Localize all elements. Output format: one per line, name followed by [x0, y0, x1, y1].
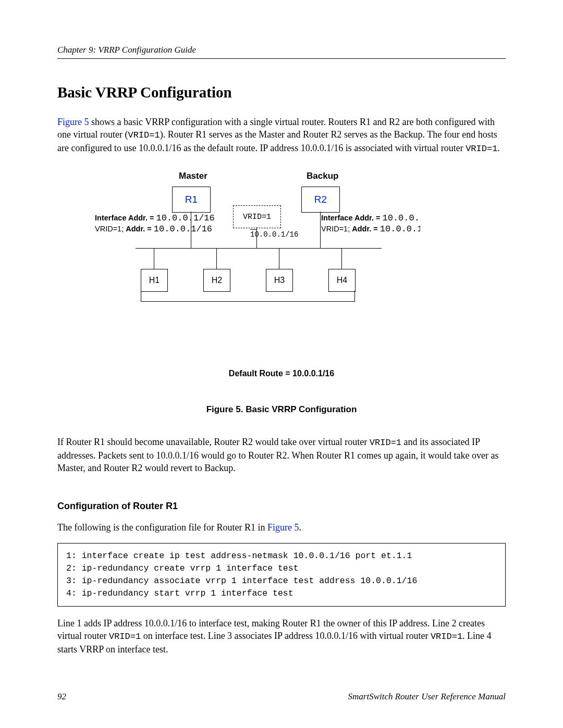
r1-ifaddr-label: Interface Addr. =	[95, 214, 156, 222]
bracket-bottom	[141, 301, 355, 302]
explain-mid: on interface test. Line 3 associates IP …	[141, 631, 431, 641]
page: Chapter 9: VRRP Configuration Guide Basi…	[0, 0, 563, 728]
config-explain-paragraph: Line 1 adds IP address 10.0.0.1/16 to in…	[57, 617, 506, 656]
page-number: 92	[57, 692, 66, 702]
r1-label: R1	[185, 194, 198, 205]
backup-label: Backup	[307, 171, 338, 181]
r2-addr-block: Interface Addr. = 10.0.0.2/16 VRID=1; Ad…	[321, 213, 420, 235]
vr-vrid: VRID=1	[243, 213, 271, 221]
r2-ifaddr-val: 10.0.0.2/16	[383, 213, 420, 223]
book-title: SmartSwitch Router User Reference Manual	[348, 692, 506, 702]
host-h2: H2	[203, 269, 230, 292]
config-intro-post: .	[299, 522, 301, 533]
figure-reference-link[interactable]: Figure 5	[57, 117, 89, 127]
explain-vrid-2: VRID=1	[431, 632, 462, 641]
failover-paragraph: If Router R1 should become unavailable, …	[57, 436, 506, 475]
h4-label: H4	[337, 276, 347, 285]
page-footer: 92 SmartSwitch Router User Reference Man…	[57, 692, 506, 702]
h2-label: H2	[212, 276, 222, 285]
r2-ifaddr-label: Interface Addr. =	[321, 214, 383, 222]
section-title: Basic VRRP Configuration	[57, 84, 506, 101]
master-label: Master	[179, 171, 207, 181]
code-line-1: 1: interface create ip test address-netm…	[66, 551, 412, 561]
r1-addr-block: Interface Addr. = 10.0.0.1/16 VRID=1; Ad…	[95, 213, 215, 235]
bracket-l	[141, 291, 141, 301]
host-h4: H4	[328, 269, 356, 292]
code-line-3: 3: ip-redundancy associate vrrp 1 interf…	[66, 576, 417, 586]
config-r1-intro: The following is the configuration file …	[57, 521, 506, 534]
host-h1: H1	[141, 269, 168, 292]
r2-label: R2	[314, 194, 327, 205]
h1-label: H1	[149, 276, 160, 285]
config-code-block: 1: interface create ip test address-netm…	[57, 543, 506, 607]
r1-addr-label: Addr. =	[126, 225, 154, 233]
r2-line2-pre: VRID=1;	[321, 225, 352, 233]
running-head: Chapter 9: VRRP Configuration Guide	[57, 45, 506, 59]
r2-addr-val: 10.0.0.1/16	[380, 224, 420, 234]
host-h3: H3	[266, 269, 293, 292]
failover-pre: If Router R1 should become unavailable, …	[57, 437, 370, 447]
code-line-2: 2: ip-redundancy create vrrp 1 interface…	[66, 563, 299, 573]
default-route-label: Default Route = 10.0.0.1/16	[57, 369, 506, 378]
config-r1-heading: Configuration of Router R1	[57, 501, 506, 512]
figure-diagram: Master Backup R1 R2 VRID=1 10.0.0.1/16 I…	[99, 171, 464, 338]
line-h3	[279, 248, 279, 269]
bracket-r	[354, 291, 355, 301]
intro-paragraph: Figure 5 shows a basic VRRP configuratio…	[57, 116, 506, 155]
router-r1: R1	[172, 187, 211, 213]
r2-addr-label: Addr. =	[352, 225, 380, 233]
line-vr	[256, 227, 257, 248]
intro-period: .	[497, 143, 500, 153]
line-h1	[154, 248, 154, 269]
code-line-4: 4: ip-redundancy start vrrp 1 interface …	[66, 588, 293, 598]
h3-label: H3	[274, 276, 285, 285]
figure-caption: Figure 5. Basic VRRP Configuration	[57, 404, 506, 415]
figure-reference-link-2[interactable]: Figure 5	[267, 522, 299, 533]
line-h4	[341, 248, 342, 269]
line-r1	[191, 212, 191, 248]
r1-line2-pre: VRID=1;	[95, 225, 126, 233]
explain-vrid-1: VRID=1	[109, 632, 141, 641]
vrid-code: VRID=1	[128, 130, 160, 140]
failover-vrid: VRID=1	[370, 438, 401, 448]
config-intro-pre: The following is the configuration file …	[57, 522, 267, 533]
r1-addr-val: 10.0.0.1/16	[154, 224, 212, 234]
r1-ifaddr-val: 10.0.0.1/16	[156, 213, 215, 223]
virtual-router-box: VRID=1	[233, 205, 281, 228]
line-r2	[320, 212, 321, 248]
line-h2	[216, 248, 217, 269]
router-r2: R2	[301, 187, 340, 213]
vrid-code-2: VRID=1	[466, 144, 497, 154]
network-bus	[136, 248, 382, 249]
vr-ip: 10.0.0.1/16	[250, 230, 298, 239]
